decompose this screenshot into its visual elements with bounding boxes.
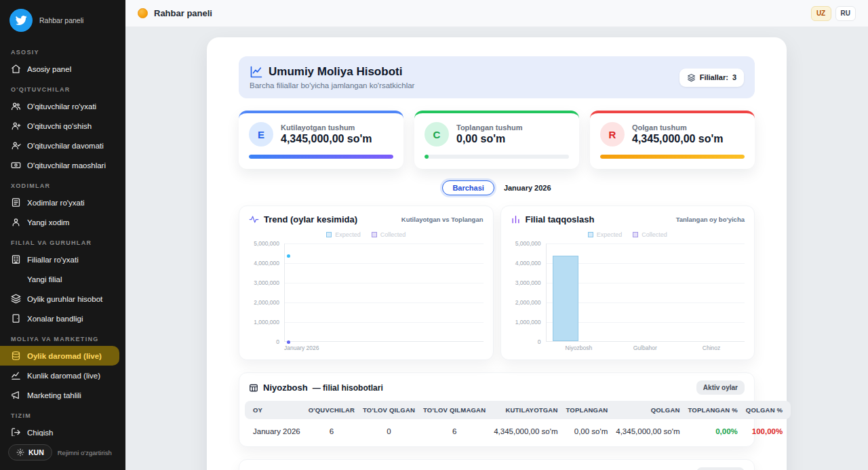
lang-button-uz[interactable]: UZ [811, 6, 831, 21]
plot-area [284, 243, 484, 342]
sidebar-item-xonalar-bandligi[interactable]: Xonalar bandligi [0, 309, 125, 328]
sidebar-item-o-qituvchi-qo-shish[interactable]: O'qituvchi qo'shish [0, 116, 125, 136]
table-header-bar: Niyozbosh— filial hisobotlariAktiv oylar [239, 373, 754, 401]
column-header: TOPLANGAN % [684, 401, 742, 419]
bar-group-gulbahor [612, 243, 679, 341]
y-tick-label: 3,000,000 [254, 279, 279, 286]
table-cell: 0,00% [684, 419, 742, 444]
table-cell: 4,345,000,00 so'm [490, 419, 561, 444]
filter-all-button[interactable]: Barchasi [442, 180, 494, 195]
sidebar-section-title: XODIMLAR [0, 175, 125, 193]
sidebar-item-xodimlar-ro-yxati[interactable]: Xodimlar ro'yxati [0, 193, 125, 212]
sidebar-item-label: Yangi xodim [27, 218, 69, 227]
column-header: OY [245, 401, 304, 419]
x-tick-label: Gulbahor [612, 345, 678, 353]
trend-chart: Trend (oylar kesimida) Kutilayotgan vs T… [239, 205, 494, 360]
bar-chart-icon [511, 214, 521, 224]
progress-bar [600, 155, 745, 159]
table-icon [249, 383, 258, 393]
sidebar-item-oylik-guruhlar-hisobot[interactable]: Oylik guruhlar hisobot [0, 289, 125, 309]
building-icon [11, 254, 21, 265]
sidebar-item-o-qituvchilar-davomati[interactable]: O'qituvchilar davomati [0, 136, 125, 155]
bar-expected [553, 256, 578, 341]
sidebar-item-label: Chiqish [27, 429, 53, 437]
stat-avatar: C [425, 122, 449, 146]
branches-label: Filiallar: [700, 73, 728, 81]
sidebar-item-chiqish[interactable]: Chiqish [0, 423, 125, 436]
sidebar-section-title: ASOSIY [0, 41, 125, 59]
sidebar-item-label: Filiallar ro'yxati [27, 256, 79, 264]
gridline [285, 322, 484, 323]
column-header: QOLGAN [612, 401, 684, 419]
door-icon [11, 313, 21, 324]
sidebar-item-yangi-xodim[interactable]: Yangi xodim [0, 212, 125, 232]
branch-name: Niyozbosh [263, 383, 308, 393]
gridline [285, 283, 484, 283]
plot-area [546, 243, 745, 342]
chart-subtitle: Tanlangan oy bo'yicha [676, 216, 745, 223]
data-point-collected [287, 340, 290, 344]
stat-value: 4,345,000,00 so'm [281, 133, 372, 145]
y-tick-label: 5,000,000 [254, 240, 279, 247]
sidebar-item-o-qituvchilar-ro-yxati[interactable]: O'qituvchilar ro'yxati [0, 96, 125, 116]
legend-swatch [326, 232, 332, 237]
sidebar-item-marketing-tahlili[interactable]: Marketing tahlili [0, 385, 125, 405]
none [11, 274, 21, 284]
active-months-badge[interactable]: Aktiv oylar [696, 380, 745, 395]
sidebar-item-label: Marketing tahlili [27, 391, 81, 399]
table-cell: 0,00 so'm [561, 419, 612, 444]
legend-item: Collected [633, 231, 667, 238]
report-card: Umumiy Moliya Hisoboti Barcha filiallar … [207, 37, 787, 470]
sidebar-item-yangi-filial[interactable]: Yangi filial [0, 269, 125, 289]
sidebar-item-label: Kunlik daromad (live) [27, 372, 100, 380]
branch-report-table: OYO'QUVCHILARTO'LOV QILGANTO'LOV QILMAGA… [245, 401, 791, 444]
chart-icon [11, 370, 21, 380]
app-logo[interactable] [9, 9, 33, 32]
stack-icon [687, 73, 696, 82]
main-scroll-area[interactable]: Umumiy Moliya Hisoboti Barcha filiallar … [125, 27, 868, 470]
user-check-icon [11, 140, 21, 151]
sidebar: Rahbar paneli ASOSIYAsosiy panelO'QITUVC… [0, 0, 125, 470]
legend-swatch [588, 232, 593, 237]
sidebar-item-label: Yangi filial [27, 275, 62, 283]
column-header: TOPLANGAN [561, 401, 612, 419]
table-cell: 4,345,000,00 so'm [612, 419, 684, 444]
users-icon [11, 101, 21, 111]
progress-bar [249, 155, 393, 159]
sidebar-item-filiallar-ro-yxati[interactable]: Filiallar ro'yxati [0, 250, 125, 269]
sidebar-item-oylik-daromad-live[interactable]: Oylik daromad (live) [0, 346, 119, 366]
theme-mode-button[interactable]: KUN [8, 444, 52, 461]
user-plus-icon [11, 121, 21, 131]
legend-item: Expected [588, 231, 623, 238]
gridline [285, 263, 484, 264]
charts-row: Trend (oylar kesimida) Kutilayotgan vs T… [239, 205, 755, 360]
x-tick-label: Chinoz [678, 345, 745, 353]
gridline [285, 302, 484, 303]
sidebar-item-o-qituvchilar-maoshlari[interactable]: O'qituvchilar maoshlari [0, 155, 125, 175]
bars-layer [547, 243, 745, 341]
column-header: KUTILAYOTGAN [490, 401, 561, 419]
sidebar-item-label: O'qituvchilar davomati [27, 142, 104, 150]
y-tick-label: 2,000,000 [254, 299, 279, 306]
y-tick-label: 0 [538, 338, 541, 345]
branch-tables: Niyozbosh— filial hisobotlariAktiv oylar… [239, 372, 755, 470]
sidebar-item-label: O'qituvchilar ro'yxati [27, 102, 96, 111]
active-months-badge[interactable]: Aktiv oylar [696, 467, 745, 470]
y-tick-label: 0 [276, 338, 279, 345]
column-header: QOLGAN % [742, 401, 791, 419]
stat-card-collected: C Toplangan tushum 0,00 so'm [414, 111, 579, 169]
gear-icon [16, 448, 24, 456]
sidebar-item-label: Xodimlar ro'yxati [27, 199, 85, 207]
language-switcher: UZ RU [811, 6, 856, 21]
lang-button-ru[interactable]: RU [835, 6, 856, 21]
sidebar-item-label: O'qituvchi qo'shish [27, 122, 92, 130]
topbar: Rahbar paneli UZ RU [125, 0, 868, 27]
bar-group-chinoz [679, 243, 745, 341]
y-tick-label: 2,000,000 [515, 299, 541, 306]
compare-chart: Filial taqqoslash Tanlangan oy bo'yicha … [500, 205, 755, 360]
sidebar-item-kunlik-daromad-live[interactable]: Kunlik daromad (live) [0, 366, 125, 385]
mode-label: KUN [28, 448, 44, 456]
legend-label: Expected [335, 231, 361, 238]
sidebar-item-asosiy-panel[interactable]: Asosiy panel [0, 59, 125, 79]
sidebar-section-title: FILIAL VA GURUHLAR [0, 232, 125, 250]
